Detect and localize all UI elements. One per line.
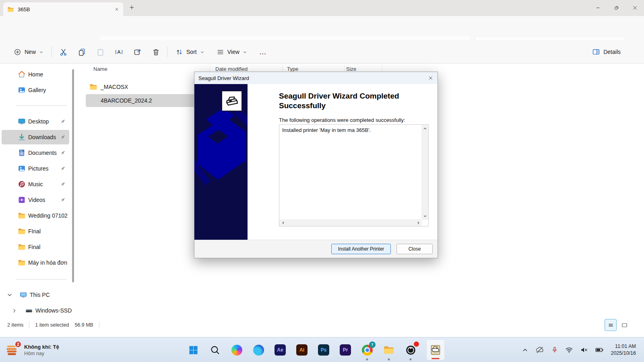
sidebar-item-this-pc[interactable]: This PC: [2, 288, 69, 302]
folder-icon: [18, 243, 26, 251]
sidebar-item-downloads[interactable]: Downloads: [2, 130, 69, 144]
details-pane-button[interactable]: Details: [588, 45, 625, 59]
taskbar-copilot-button[interactable]: [231, 344, 243, 356]
share-button[interactable]: [130, 45, 144, 59]
toolbar-divider: [167, 46, 167, 58]
sidebar-item-windows-ssd[interactable]: Windows-SSD: [2, 303, 69, 318]
sidebar-item-gallery[interactable]: Gallery: [2, 83, 69, 97]
sidebar-item-videos[interactable]: Videos: [2, 193, 69, 207]
taskbar-clock[interactable]: 11:01 AM 2025/10/16: [611, 343, 636, 357]
toolbar-divider: [52, 46, 52, 58]
plus-icon: [129, 4, 135, 10]
weather-widget[interactable]: 2 Không khí: Tệ Hôm nay: [5, 340, 97, 360]
taskbar-after-effects-button[interactable]: Ae: [274, 344, 286, 356]
taskbar-search-button[interactable]: [209, 344, 221, 356]
details-view-toggle[interactable]: [605, 319, 617, 331]
explorer-tab[interactable]: 365B: [3, 2, 123, 16]
selection-size: 56.9 MB: [74, 322, 93, 328]
more-options-button[interactable]: …: [255, 45, 271, 59]
sidebar-divider: [16, 105, 66, 106]
edge-icon: [253, 345, 264, 356]
taskbar-illustrator-button[interactable]: Ai: [296, 344, 308, 356]
tray-chevron-up-icon[interactable]: [522, 347, 528, 354]
sidebar-item-documents[interactable]: Documents: [2, 146, 69, 160]
thumbnail-view-toggle[interactable]: [618, 319, 630, 331]
taskbar-obs-button[interactable]: [405, 344, 417, 356]
new-tab-button[interactable]: [129, 4, 135, 12]
paste-button[interactable]: [93, 45, 107, 59]
taskbar-chrome-button[interactable]: T: [361, 344, 373, 356]
cut-button[interactable]: [56, 45, 70, 59]
taskbar-edge-button[interactable]: [252, 344, 264, 356]
dialog-titlebar[interactable]: Seagull Driver Wizard: [194, 72, 438, 84]
horizontal-scrollbar[interactable]: [279, 219, 422, 226]
view-button[interactable]: View: [213, 45, 251, 59]
volume-muted-icon[interactable]: [580, 346, 588, 354]
battery-icon[interactable]: [595, 346, 604, 354]
vertical-scrollbar[interactable]: [421, 125, 428, 220]
sidebar-item-may-in-hoa-don[interactable]: Máy in hóa đơn: [2, 255, 69, 270]
list-view-icon: [607, 322, 614, 329]
folder-icon: [18, 259, 26, 267]
taskbar: 2 Không khí: Tệ Hôm nay Ae Ai Ps Pr: [0, 337, 644, 362]
status-bar: 2 items 1 item selected 56.9 MB: [0, 319, 644, 337]
column-header-size[interactable]: Size: [346, 66, 356, 72]
onedrive-paused-icon[interactable]: [535, 346, 544, 354]
microphone-icon[interactable]: [551, 346, 558, 354]
copy-button[interactable]: [74, 45, 89, 59]
sidebar-item-music[interactable]: Music: [2, 177, 69, 191]
delete-button[interactable]: [149, 45, 163, 59]
taskbar-seagull-wizard-button[interactable]: [426, 339, 445, 360]
taskbar-file-explorer-button[interactable]: [383, 344, 395, 356]
scroll-down-arrow[interactable]: [421, 213, 428, 220]
sidebar-item-final-1[interactable]: FInal: [2, 224, 69, 239]
sort-button[interactable]: Sort: [171, 45, 208, 59]
scroll-right-arrow[interactable]: [415, 219, 422, 226]
taskbar-start-button[interactable]: [187, 344, 199, 356]
sidebar-item-label: Home: [28, 71, 43, 78]
cut-icon: [59, 48, 68, 56]
close-button[interactable]: Close: [396, 244, 433, 254]
seagull-printer-app-icon: [429, 344, 442, 356]
operations-log-box[interactable]: Installed printer 'May in tem ma 365B'.: [279, 124, 429, 226]
scroll-up-arrow[interactable]: [421, 125, 428, 132]
window-close-button[interactable]: [625, 0, 644, 15]
column-header-name[interactable]: Name: [93, 66, 107, 72]
recording-badge: [414, 341, 419, 347]
restore-icon: [613, 5, 619, 11]
navigation-bar: Downloads 365B: [0, 16, 644, 40]
notification-badge: 2: [14, 341, 22, 348]
photoshop-icon: Ps: [318, 344, 329, 356]
sidebar-item-final-2[interactable]: Final: [2, 240, 69, 254]
copy-icon: [78, 48, 86, 56]
documents-icon: [18, 149, 26, 157]
column-header-date-modified[interactable]: Date modified: [215, 66, 248, 72]
chevron-down-icon: [39, 50, 43, 54]
window-minimize-button[interactable]: [588, 0, 607, 15]
sidebar-item-desktop[interactable]: Desktop: [2, 114, 69, 129]
rename-button[interactable]: [111, 45, 126, 59]
window-restore-button[interactable]: [607, 0, 625, 15]
chevron-down-icon[interactable]: [6, 292, 13, 298]
scroll-left-arrow[interactable]: [279, 219, 286, 226]
column-header-type[interactable]: Type: [287, 66, 298, 72]
sidebar-scrollbar[interactable]: [72, 69, 74, 282]
clock-time: 11:01 AM: [611, 343, 636, 350]
taskbar-premiere-button[interactable]: Pr: [339, 344, 351, 356]
tab-close-icon[interactable]: [114, 7, 119, 12]
sidebar-item-pictures[interactable]: Pictures: [2, 161, 69, 176]
pin-icon: [60, 181, 66, 187]
dialog-close-icon[interactable]: [428, 75, 433, 81]
new-button[interactable]: New: [10, 45, 47, 59]
wifi-icon[interactable]: [565, 346, 573, 354]
running-indicator: [410, 358, 412, 360]
chevron-right-icon[interactable]: [11, 308, 17, 314]
sidebar-item-wedding-07102[interactable]: Wedding 07102: [2, 208, 69, 223]
weather-line1: Không khí: Tệ: [24, 344, 59, 350]
folder-icon: [18, 212, 26, 220]
sidebar-item-home[interactable]: Home: [2, 67, 69, 82]
install-another-printer-button[interactable]: Install Another Printer: [331, 244, 391, 254]
taskbar-photoshop-button[interactable]: Ps: [318, 344, 330, 356]
window-titlebar: 365B: [0, 0, 644, 16]
pictures-icon: [18, 165, 26, 173]
